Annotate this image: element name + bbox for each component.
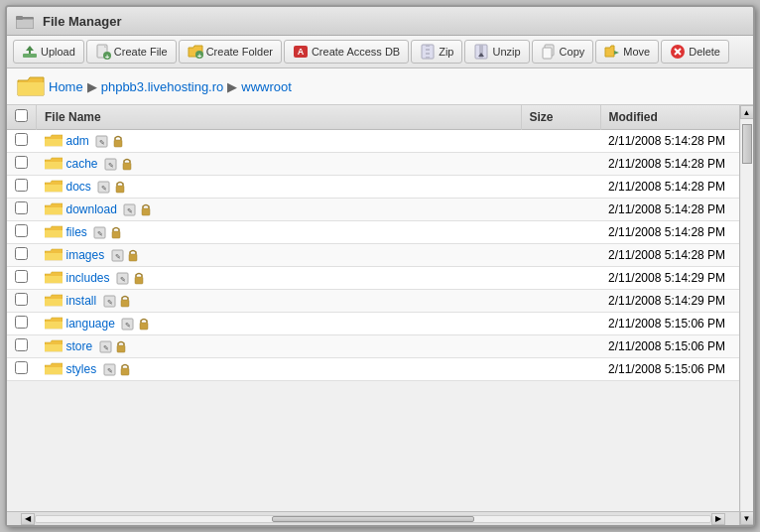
access-db-icon: A <box>293 44 309 60</box>
file-name-container: includes ✎ <box>45 271 514 285</box>
row-name-cell: language ✎ <box>37 313 522 335</box>
rename-icon[interactable]: ✎ <box>93 225 107 239</box>
folder-icon <box>45 317 63 331</box>
row-modified-cell: 2/11/2008 5:15:06 PM <box>600 335 739 358</box>
row-name-cell: adm ✎ <box>37 130 522 153</box>
svg-text:✎: ✎ <box>120 275 126 282</box>
vscroll-up-button[interactable]: ▲ <box>740 105 754 119</box>
folder-link[interactable]: includes <box>66 271 110 285</box>
table-row: adm ✎ 2/11/2008 <box>7 130 739 153</box>
create-file-button[interactable]: + Create File <box>86 40 177 64</box>
row-checkbox[interactable] <box>15 201 28 214</box>
rename-icon[interactable]: ✎ <box>95 134 109 148</box>
copy-button[interactable]: Copy <box>532 40 594 64</box>
breadcrumb-folder-icon <box>17 74 45 98</box>
lock-icon[interactable] <box>120 157 134 171</box>
col-header-modified: Modified <box>600 105 739 130</box>
lock-icon[interactable] <box>118 362 132 376</box>
file-name-container: adm ✎ <box>45 134 514 148</box>
svg-text:✎: ✎ <box>102 343 108 350</box>
row-checkbox[interactable] <box>15 179 28 192</box>
row-checkbox-cell <box>7 358 37 381</box>
lock-icon[interactable] <box>113 180 127 194</box>
rename-icon[interactable]: ✎ <box>97 180 111 194</box>
lock-icon[interactable] <box>139 202 153 216</box>
rename-icon[interactable]: ✎ <box>102 362 116 376</box>
zip-button[interactable]: Zip <box>411 40 462 64</box>
rename-icon[interactable]: ✎ <box>110 248 124 262</box>
rename-icon[interactable]: ✎ <box>121 317 135 331</box>
folder-link[interactable]: install <box>66 294 97 308</box>
rename-icon[interactable]: ✎ <box>98 339 112 353</box>
file-name-container: images ✎ <box>45 248 514 262</box>
create-access-db-button[interactable]: A Create Access DB <box>284 40 409 64</box>
hscroll-track[interactable] <box>35 515 711 523</box>
hscroll-thumb[interactable] <box>272 516 474 522</box>
folder-icon <box>45 134 63 148</box>
unzip-button[interactable]: Unzip <box>464 40 529 64</box>
breadcrumb-domain[interactable]: phpbb3.livehosting.ro <box>101 79 224 94</box>
row-checkbox[interactable] <box>15 247 28 260</box>
row-checkbox-cell <box>7 199 37 221</box>
svg-text:✎: ✎ <box>106 298 112 305</box>
lock-icon[interactable] <box>126 248 140 262</box>
svg-rect-52 <box>121 300 129 307</box>
row-checkbox[interactable] <box>15 293 28 306</box>
row-checkbox[interactable] <box>15 270 28 283</box>
folder-link[interactable]: files <box>66 225 87 239</box>
vscroll-down-button[interactable]: ▼ <box>740 511 754 525</box>
svg-text:A: A <box>298 47 305 57</box>
folder-link[interactable]: adm <box>66 134 89 148</box>
row-size-cell <box>521 267 600 290</box>
upload-button[interactable]: Upload <box>13 40 84 64</box>
row-checkbox[interactable] <box>15 338 28 351</box>
lock-icon[interactable] <box>118 294 132 308</box>
rename-icon[interactable]: ✎ <box>123 202 137 216</box>
folder-link[interactable]: images <box>66 248 105 262</box>
row-name-cell: cache ✎ <box>37 153 522 176</box>
folder-icon <box>45 248 63 262</box>
move-button[interactable]: Move <box>595 40 659 64</box>
row-size-cell <box>521 130 600 153</box>
vertical-scrollbar[interactable]: ▲ ▼ <box>739 105 753 525</box>
hscroll-right-button[interactable]: ▶ <box>711 513 725 525</box>
hscroll-left-button[interactable]: ◀ <box>21 513 35 525</box>
svg-rect-31 <box>114 140 122 147</box>
rename-icon[interactable]: ✎ <box>116 271 130 285</box>
folder-link[interactable]: language <box>66 317 115 331</box>
row-checkbox[interactable] <box>15 133 28 146</box>
create-folder-button[interactable]: + Create Folder <box>179 40 282 64</box>
select-all-checkbox[interactable] <box>15 109 28 122</box>
vscroll-thumb[interactable] <box>742 124 752 164</box>
delete-button[interactable]: Delete <box>661 40 729 64</box>
row-checkbox[interactable] <box>15 361 28 374</box>
vscroll-track[interactable] <box>741 119 753 511</box>
lock-icon[interactable] <box>114 339 128 353</box>
lock-icon[interactable] <box>137 317 151 331</box>
row-checkbox[interactable] <box>15 224 28 237</box>
folder-link[interactable]: cache <box>66 157 98 171</box>
lock-icon[interactable] <box>132 271 146 285</box>
breadcrumb-sep-1: ▶ <box>87 79 97 94</box>
svg-rect-4 <box>23 54 37 58</box>
row-checkbox-cell <box>7 130 37 153</box>
row-checkbox[interactable] <box>15 316 28 329</box>
svg-rect-18 <box>426 51 430 53</box>
breadcrumb-home[interactable]: Home <box>49 79 83 94</box>
lock-icon[interactable] <box>111 134 125 148</box>
action-icons: ✎ <box>102 294 132 308</box>
rename-icon[interactable]: ✎ <box>102 294 116 308</box>
breadcrumb: Home ▶ phpbb3.livehosting.ro ▶ wwwroot <box>7 68 753 105</box>
scroll-area[interactable]: File Name Size Modified <box>7 105 739 511</box>
lock-icon[interactable] <box>109 225 123 239</box>
folder-link[interactable]: download <box>66 202 117 216</box>
folder-link[interactable]: store <box>66 339 93 353</box>
rename-icon[interactable]: ✎ <box>104 157 118 171</box>
folder-link[interactable]: docs <box>66 180 91 194</box>
svg-marker-25 <box>614 51 619 55</box>
file-manager-window: File Manager Upload + Create File <box>5 5 755 527</box>
folder-link[interactable]: styles <box>66 362 97 376</box>
row-checkbox[interactable] <box>15 156 28 169</box>
breadcrumb-wwwroot[interactable]: wwwroot <box>241 79 292 94</box>
horizontal-scrollbar[interactable]: ◀ ▶ <box>7 511 739 525</box>
